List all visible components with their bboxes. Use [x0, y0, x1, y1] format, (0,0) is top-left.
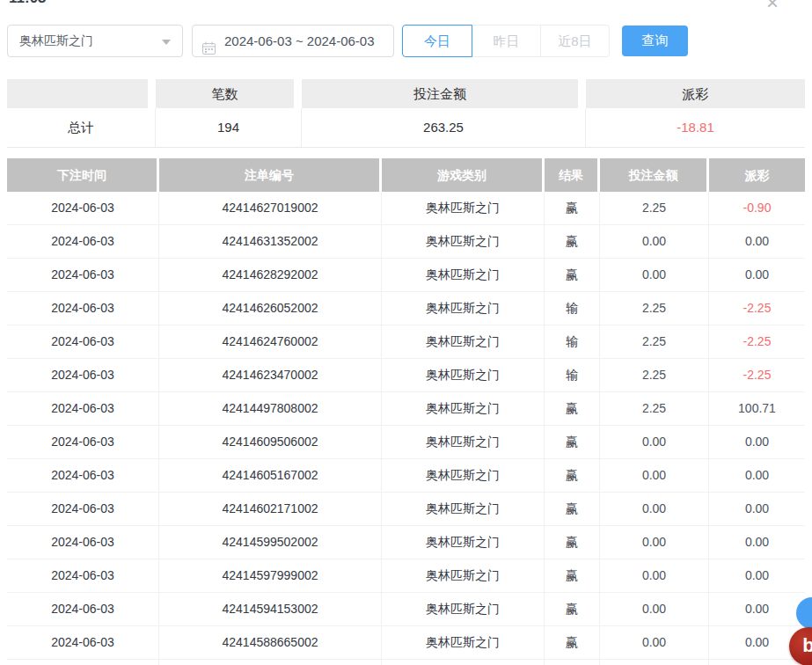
bet-table-header-row: 下注时间 注单编号 游戏类别 结果 投注金额 派彩 — [7, 158, 805, 192]
cell-payout: 0.00 — [709, 225, 805, 258]
table-row: 2024-06-03 42414623470002 奥林匹斯之门 输 2.25 … — [7, 359, 805, 392]
cell-game-type: 奥林匹斯之门 — [382, 559, 545, 592]
cell-order-number: 42414605167002 — [159, 459, 382, 492]
summary-total-payout: -18.81 — [586, 108, 805, 147]
cell-bet-time: 2024-06-03 — [7, 459, 159, 492]
summary-header-row: 笔数 投注金额 派彩 — [7, 79, 805, 108]
cell-result: 输 — [545, 325, 600, 358]
cell-bet-time: 2024-06-03 — [7, 192, 159, 224]
cell-bet-time: 2024-06-03 — [7, 325, 159, 358]
clipped-header-text: 11:03 — [9, 0, 47, 7]
close-icon[interactable]: × — [766, 0, 779, 15]
bet-table: 下注时间 注单编号 游戏类别 结果 投注金额 派彩 2024-06-03 424… — [7, 158, 805, 665]
cell-result: 赢 — [545, 225, 600, 258]
cell-result: 赢 — [545, 392, 600, 425]
cell-game-type: 奥林匹斯之门 — [382, 526, 545, 559]
cell-order-number: 42414623470002 — [159, 359, 382, 391]
cell-bet-time: 2024-06-03 — [7, 392, 159, 425]
table-row: 2024-06-03 42414605167002 奥林匹斯之门 赢 0.00 … — [7, 459, 805, 493]
cell-result: 输 — [545, 292, 600, 325]
cell-result: 赢 — [545, 559, 600, 592]
cell-order-number: 42414627019002 — [159, 192, 382, 224]
cell-bet-time: 2024-06-03 — [7, 559, 159, 592]
table-row-partial — [7, 660, 805, 665]
cell-result: 赢 — [545, 593, 600, 625]
cell-game-type: 奥林匹斯之门 — [382, 493, 545, 525]
cell-game-type: 奥林匹斯之门 — [382, 359, 545, 391]
cell-game-type: 奥林匹斯之门 — [382, 626, 545, 659]
header-order-number: 注单编号 — [159, 158, 379, 192]
summary-header-payout: 派彩 — [586, 79, 805, 108]
cell-payout: -2.25 — [709, 359, 805, 391]
cell-order-number: 42414628292002 — [159, 259, 382, 291]
today-button[interactable]: 今日 — [402, 25, 472, 57]
date-range-input[interactable]: 2024-06-03 ~ 2024-06-03 — [192, 25, 394, 57]
cell-payout: 0.00 — [709, 493, 805, 525]
summary-table: 笔数 投注金额 派彩 总计 194 263.25 -18.81 — [7, 79, 805, 148]
cell-bet-amount: 0.00 — [600, 259, 709, 291]
cell-bet-time: 2024-06-03 — [7, 359, 159, 391]
bet-records-modal: { "window": { "clipped_top_text": "11:03… — [0, 0, 812, 665]
cell-bet-time: 2024-06-03 — [7, 225, 159, 258]
header-game-type: 游戏类别 — [382, 158, 542, 192]
cell-bet-amount: 2.25 — [600, 359, 709, 391]
cell-order-number: 42414594153002 — [159, 593, 382, 625]
date-range-value: 2024-06-03 ~ 2024-06-03 — [224, 33, 375, 48]
table-row: 2024-06-03 42414631352002 奥林匹斯之门 赢 0.00 … — [7, 225, 805, 259]
game-select[interactable]: 奥林匹斯之门 — [7, 25, 183, 57]
cell-game-type: 奥林匹斯之门 — [382, 225, 545, 258]
cell-bet-time: 2024-06-03 — [7, 626, 159, 659]
header-bet-time: 下注时间 — [7, 158, 157, 192]
table-row: 2024-06-03 42414594153002 奥林匹斯之门 赢 0.00 … — [7, 593, 805, 626]
summary-total-label: 总计 — [7, 108, 156, 147]
bet-table-body: 2024-06-03 42414627019002 奥林匹斯之门 赢 2.25 … — [7, 192, 805, 660]
cell-order-number: 42414597999002 — [159, 559, 382, 592]
cell-game-type: 奥林匹斯之门 — [382, 259, 545, 291]
table-row: 2024-06-03 42414588665002 奥林匹斯之门 赢 0.00 … — [7, 626, 805, 660]
table-row: 2024-06-03 42414609506002 奥林匹斯之门 赢 0.00 … — [7, 426, 805, 459]
cell-result: 赢 — [545, 493, 600, 525]
table-row: 2024-06-03 42414624760002 奥林匹斯之门 输 2.25 … — [7, 325, 805, 359]
search-button[interactable]: 查询 — [622, 26, 688, 56]
last-8-days-button[interactable]: 近8日 — [540, 25, 610, 57]
cell-payout: 0.00 — [709, 526, 805, 559]
table-row: 2024-06-03 42414597999002 奥林匹斯之门 赢 0.00 … — [7, 559, 805, 593]
cell-result: 赢 — [545, 626, 600, 659]
cell-bet-amount: 0.00 — [600, 493, 709, 525]
cell-payout: 0.00 — [709, 559, 805, 592]
cell-bet-time: 2024-06-03 — [7, 493, 159, 525]
cell-payout: -0.90 — [709, 192, 805, 224]
cell-order-number: 42414602171002 — [159, 493, 382, 525]
cell-result: 赢 — [545, 426, 600, 458]
table-row: 2024-06-03 42414628292002 奥林匹斯之门 赢 0.00 … — [7, 259, 805, 292]
cell-bet-time: 2024-06-03 — [7, 593, 159, 625]
cell-bet-time: 2024-06-03 — [7, 526, 159, 559]
table-row: 2024-06-03 42414599502002 奥林匹斯之门 赢 0.00 … — [7, 526, 805, 559]
cell-game-type: 奥林匹斯之门 — [382, 292, 545, 325]
cell-bet-amount: 0.00 — [600, 526, 709, 559]
cell-order-number: 42414626052002 — [159, 292, 382, 325]
cell-order-number: 42414624760002 — [159, 325, 382, 358]
cell-payout: 100.71 — [709, 392, 805, 425]
cell-bet-amount: 2.25 — [600, 292, 709, 325]
yesterday-button[interactable]: 昨日 — [472, 25, 541, 57]
header-bet-amount: 投注金额 — [600, 158, 706, 192]
cell-order-number: 42414599502002 — [159, 526, 382, 559]
calendar-icon — [202, 34, 216, 65]
cell-bet-time: 2024-06-03 — [7, 426, 159, 458]
cell-bet-amount: 0.00 — [600, 559, 709, 592]
cell-payout: 0.00 — [709, 259, 805, 291]
table-row: 2024-06-03 42414627019002 奥林匹斯之门 赢 2.25 … — [7, 192, 805, 225]
cell-bet-amount: 0.00 — [600, 626, 709, 659]
cell-bet-amount: 0.00 — [600, 459, 709, 492]
cell-game-type: 奥林匹斯之门 — [382, 459, 545, 492]
cell-bet-amount: 0.00 — [600, 225, 709, 258]
cell-game-type: 奥林匹斯之门 — [382, 325, 545, 358]
cell-order-number: 42414588665002 — [159, 626, 382, 659]
cell-game-type: 奥林匹斯之门 — [382, 426, 545, 458]
cell-bet-amount: 2.25 — [600, 392, 709, 425]
cell-bet-amount: 0.00 — [600, 593, 709, 625]
cell-payout: 0.00 — [709, 426, 805, 458]
header-payout: 派彩 — [709, 158, 805, 192]
cell-result: 赢 — [545, 192, 600, 224]
